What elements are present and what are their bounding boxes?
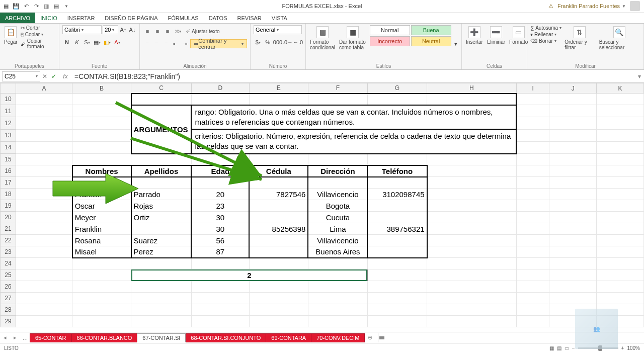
row-header[interactable]: 26: [1, 281, 16, 293]
increase-font-icon[interactable]: A↑: [119, 25, 127, 34]
row-header[interactable]: 18: [1, 189, 16, 200]
italic-button[interactable]: K: [72, 38, 82, 47]
col-header[interactable]: G: [367, 83, 427, 94]
tab-nav-more[interactable]: …: [20, 335, 30, 341]
wrap-text-button[interactable]: ⏎ Ajustar texto: [186, 27, 220, 36]
formula-bar[interactable]: =CONTAR.SI(B18:B23;"Franklin"): [72, 72, 635, 80]
row-header[interactable]: 17: [1, 177, 16, 189]
conditional-format-button[interactable]: ▤Formato condicional: [309, 25, 336, 51]
sheet-tab[interactable]: 68-CONTAR.SI.CONJUNTO: [185, 333, 266, 342]
row-header[interactable]: 14: [1, 141, 16, 153]
col-header[interactable]: D: [191, 83, 249, 94]
fx-icon[interactable]: fx: [58, 73, 72, 80]
delete-cells-button[interactable]: ➖Eliminar: [486, 25, 506, 46]
row-header[interactable]: 22: [1, 235, 16, 246]
view-normal-icon[interactable]: ▦: [549, 345, 554, 351]
find-select-button[interactable]: 🔍Buscar y seleccionar: [598, 25, 640, 51]
tab-file[interactable]: ARCHIVO: [0, 13, 35, 23]
autosum-button[interactable]: ∑ Autosuma ▾: [530, 25, 561, 31]
zoom-out-icon[interactable]: −: [572, 345, 575, 351]
qat-more-icon[interactable]: ▼: [62, 2, 70, 10]
font-color-button[interactable]: A▾: [113, 38, 122, 47]
avatar[interactable]: [630, 1, 640, 11]
row-header[interactable]: 24: [1, 258, 16, 269]
row-header[interactable]: 10: [1, 94, 16, 105]
insert-cells-button[interactable]: ➕Insertar: [465, 25, 484, 46]
format-as-table-button[interactable]: ▦Dar formato como tabla: [338, 25, 368, 51]
tab-layout[interactable]: DISEÑO DE PÁGINA: [100, 13, 163, 23]
font-size-select[interactable]: 20▾: [103, 25, 118, 34]
col-header[interactable]: C: [131, 83, 192, 94]
row-header[interactable]: 23: [1, 246, 16, 258]
copy-button[interactable]: ⎘ Copiar ▾: [21, 32, 56, 37]
fill-color-button[interactable]: ◧▾: [103, 38, 112, 47]
decrease-font-icon[interactable]: A↓: [128, 25, 136, 34]
view-break-icon[interactable]: ▭: [565, 345, 569, 351]
decimal-dec-icon[interactable]: ←.0: [293, 38, 302, 47]
styles-more-icon[interactable]: ▾: [453, 39, 458, 48]
sheet-tab[interactable]: 65-CONTAR: [30, 333, 72, 342]
cancel-formula-icon[interactable]: ✕: [40, 72, 49, 81]
align-left-icon[interactable]: ≡: [143, 39, 151, 48]
cell-style-good[interactable]: Buena: [411, 25, 451, 35]
row-header[interactable]: 25: [1, 269, 16, 281]
border-button[interactable]: ▦▾: [93, 38, 102, 47]
tab-formulas[interactable]: FÓRMULAS: [163, 13, 204, 23]
tab-data[interactable]: DATOS: [204, 13, 232, 23]
row-header[interactable]: 11: [1, 105, 16, 117]
align-middle-icon[interactable]: ≡: [153, 27, 162, 36]
row-header[interactable]: 28: [1, 304, 16, 316]
paste-button[interactable]: 📋Pegar: [3, 25, 19, 46]
cell-c25[interactable]: 2: [131, 269, 368, 281]
new-sheet-button[interactable]: ⊕: [365, 334, 375, 341]
user-name[interactable]: Franklin Parrado Fuentes ▼: [557, 3, 626, 9]
col-header[interactable]: J: [549, 83, 597, 94]
clear-button[interactable]: ⌫ Borrar ▾: [530, 38, 561, 44]
format-cells-button[interactable]: ▭Formato: [508, 25, 529, 46]
save-icon[interactable]: 💾: [12, 2, 20, 10]
zoom-in-icon[interactable]: +: [621, 345, 624, 351]
merge-center-button[interactable]: ⇔ Combinar y centrar ▾: [190, 39, 247, 48]
comma-icon[interactable]: 000: [273, 38, 282, 47]
sheet-tab[interactable]: 67-CONTAR.SI: [137, 333, 186, 342]
number-format-select[interactable]: General▾: [254, 25, 302, 34]
col-header[interactable]: E: [249, 83, 308, 94]
align-top-icon[interactable]: ≡: [143, 27, 152, 36]
row-header[interactable]: 27: [1, 293, 16, 304]
row-header[interactable]: 12: [1, 117, 16, 129]
tab-nav-next[interactable]: ▸: [10, 334, 20, 341]
tab-home[interactable]: INICIO: [35, 13, 62, 23]
sort-filter-button[interactable]: ⇅Ordenar y filtrar: [564, 25, 596, 51]
row-header[interactable]: 19: [1, 200, 16, 212]
align-right-icon[interactable]: ≡: [162, 39, 171, 48]
indent-inc-icon[interactable]: ⇥: [181, 39, 189, 48]
align-bottom-icon[interactable]: ≡: [163, 27, 172, 36]
enter-formula-icon[interactable]: ✓: [49, 72, 58, 81]
decimal-inc-icon[interactable]: .0→: [283, 38, 292, 47]
cell-style-neutral[interactable]: Neutral: [411, 36, 451, 46]
sheet-tab[interactable]: 69-CONTARA: [266, 333, 311, 342]
expand-formula-icon[interactable]: ▾: [635, 72, 644, 81]
zoom-level[interactable]: 100%: [627, 345, 640, 351]
tab-review[interactable]: REVISAR: [232, 13, 267, 23]
align-center-icon[interactable]: ≡: [152, 39, 161, 48]
name-box[interactable]: C25▾: [2, 71, 40, 81]
view-layout-icon[interactable]: ▤: [557, 345, 561, 351]
cell-style-normal[interactable]: Normal: [370, 25, 410, 35]
row-header[interactable]: 13: [1, 129, 16, 141]
row-header[interactable]: 15: [1, 154, 16, 165]
row-header[interactable]: 29: [1, 316, 16, 327]
col-header[interactable]: B: [72, 83, 131, 94]
cut-button[interactable]: ✂ Cortar: [21, 25, 56, 31]
row-header[interactable]: 21: [1, 223, 16, 235]
underline-button[interactable]: S▾: [83, 38, 92, 47]
qat-icon[interactable]: ▤: [52, 2, 60, 10]
tab-insert[interactable]: INSERTAR: [62, 13, 100, 23]
indent-dec-icon[interactable]: ⇤: [172, 39, 180, 48]
col-header[interactable]: I: [516, 83, 549, 94]
col-header[interactable]: A: [16, 83, 72, 94]
col-header[interactable]: H: [427, 83, 517, 94]
qat-icon[interactable]: ▥: [42, 2, 50, 10]
fill-button[interactable]: ▾ Rellenar ▾: [530, 32, 561, 37]
bold-button[interactable]: N: [62, 38, 71, 47]
